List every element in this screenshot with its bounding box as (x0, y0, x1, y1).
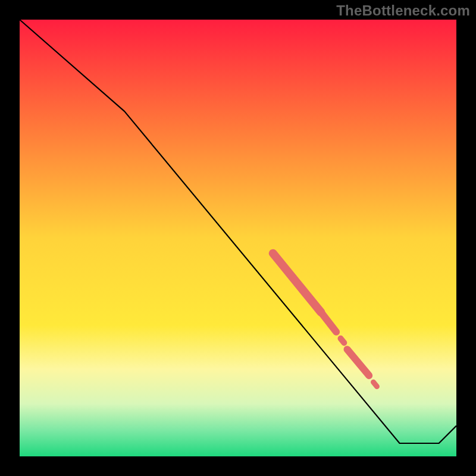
dot-mid (340, 339, 344, 343)
bottleneck-chart (0, 0, 476, 476)
gradient-plot-area (20, 20, 456, 456)
chart-stage: TheBottleneck.com (0, 0, 476, 476)
watermark-text: TheBottleneck.com (336, 2, 470, 19)
dot-lower (374, 382, 377, 386)
